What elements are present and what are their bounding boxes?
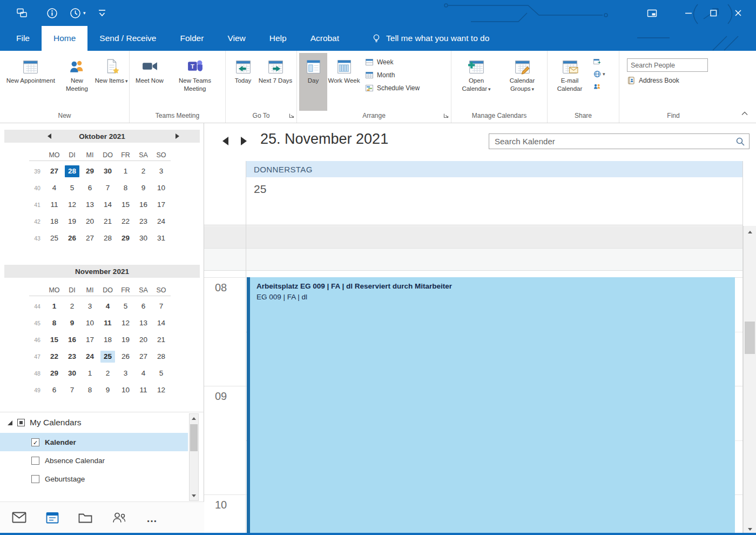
- mini-calendar-day[interactable]: 14: [100, 199, 115, 211]
- mini-calendar-day[interactable]: 23: [65, 351, 79, 363]
- mini-calendar-day[interactable]: 3: [83, 300, 97, 312]
- work-week-view-button[interactable]: Work Week: [327, 53, 361, 111]
- mini-calendar-day[interactable]: 21: [154, 334, 168, 346]
- scroll-down-icon[interactable]: [190, 491, 198, 500]
- mini-calendar-day[interactable]: 10: [154, 182, 168, 194]
- date-number-row[interactable]: 25: [204, 177, 742, 225]
- sidebar-scrollbar[interactable]: [189, 413, 199, 501]
- mini-calendar-day[interactable]: 30: [100, 165, 115, 177]
- checkbox[interactable]: [31, 475, 39, 483]
- mini-calendar-day[interactable]: 3: [154, 165, 168, 177]
- mini-calendar-day[interactable]: 2: [100, 367, 115, 379]
- address-book-button[interactable]: Address Book: [627, 76, 708, 85]
- dialog-launcher-icon[interactable]: [288, 111, 295, 121]
- tab-folder[interactable]: Folder: [168, 26, 215, 51]
- mini-calendar-day[interactable]: 29: [83, 165, 97, 177]
- scrollbar-thumb[interactable]: [190, 424, 198, 451]
- mini-calendar-day[interactable]: 27: [83, 232, 97, 244]
- meet-now-button[interactable]: Meet Now: [132, 53, 167, 111]
- mini-calendar-day[interactable]: 26: [118, 351, 133, 363]
- mini-calendar-day[interactable]: 13: [136, 317, 151, 329]
- maximize-button[interactable]: [701, 1, 726, 25]
- mini-calendar-day[interactable]: 12: [154, 384, 168, 396]
- my-calendars-header[interactable]: My Calendars: [0, 412, 204, 433]
- mini-calendar-day[interactable]: 7: [100, 182, 115, 194]
- email-calendar-button[interactable]: E-mail Calendar: [550, 53, 590, 111]
- collapse-group-icon[interactable]: [8, 420, 12, 425]
- calendar-search-input[interactable]: [489, 134, 749, 149]
- close-button[interactable]: [726, 1, 751, 25]
- mini-calendar-day[interactable]: 7: [154, 300, 168, 312]
- mini-calendar-day[interactable]: 18: [47, 216, 62, 228]
- scroll-up-icon[interactable]: [744, 226, 756, 238]
- today-button[interactable]: Today: [228, 53, 258, 111]
- send-receive-status-icon[interactable]: ▾: [70, 8, 86, 19]
- mini-calendar-day[interactable]: 19: [118, 334, 133, 346]
- mini-calendar-day[interactable]: 30: [136, 232, 151, 244]
- scrollbar-thumb[interactable]: [745, 322, 755, 354]
- next-day-icon[interactable]: [241, 137, 247, 145]
- calendar-list-item[interactable]: ✓Kalender: [0, 433, 188, 451]
- week-view-button[interactable]: Week: [365, 58, 420, 66]
- mini-calendar-day[interactable]: 2: [136, 165, 151, 177]
- all-day-events-row[interactable]: [204, 226, 742, 248]
- mini-calendar-day[interactable]: 27: [136, 351, 151, 363]
- mini-calendar-day[interactable]: 13: [83, 199, 97, 211]
- mini-calendar-day[interactable]: 28: [100, 232, 115, 244]
- share-calendar-button[interactable]: [593, 57, 605, 66]
- next-7-days-button[interactable]: Next 7 Days: [258, 53, 293, 111]
- mini-calendar-day[interactable]: 27: [47, 165, 62, 177]
- mini-calendar-day[interactable]: 4: [100, 300, 115, 312]
- mini-calendar-day[interactable]: 8: [47, 317, 62, 329]
- mini-calendar-day[interactable]: 20: [136, 334, 151, 346]
- mini-calendar-day[interactable]: 17: [154, 199, 168, 211]
- mini-calendar-day[interactable]: 15: [47, 334, 62, 346]
- mini-calendar-day[interactable]: 11: [100, 317, 115, 329]
- mini-calendar-day[interactable]: 10: [83, 317, 97, 329]
- customize-toolbar-icon[interactable]: [98, 8, 106, 18]
- mini-calendar-day[interactable]: 4: [47, 182, 62, 194]
- mini-calendar-day[interactable]: 1: [47, 300, 62, 312]
- mini-calendar-day[interactable]: 11: [136, 384, 151, 396]
- dialog-launcher-icon[interactable]: [443, 111, 449, 121]
- mini-calendar-day[interactable]: 24: [154, 216, 168, 228]
- people-nav-icon[interactable]: [112, 512, 127, 525]
- mini-calendar-day[interactable]: 1: [83, 367, 97, 379]
- mini-calendar-day[interactable]: 11: [47, 199, 62, 211]
- mini-calendar-day[interactable]: 5: [154, 367, 168, 379]
- mini-calendar-day[interactable]: 14: [154, 317, 168, 329]
- mini-calendar-day[interactable]: 6: [47, 384, 62, 396]
- mini-calendar-day[interactable]: 10: [118, 384, 133, 396]
- calendar-nav-icon[interactable]: [46, 511, 59, 526]
- new-items-button[interactable]: New Items▾: [94, 53, 128, 111]
- mail-nav-icon[interactable]: [12, 512, 26, 525]
- mini-calendar-day[interactable]: 22: [47, 351, 62, 363]
- mini-calendar-day[interactable]: 29: [118, 232, 133, 244]
- tab-send-receive[interactable]: Send / Receive: [87, 26, 168, 51]
- new-meeting-button[interactable]: New Meeting: [59, 53, 95, 111]
- info-icon[interactable]: [46, 8, 58, 19]
- mini-calendar-day[interactable]: 19: [65, 216, 79, 228]
- mini-calendar-day[interactable]: 16: [136, 199, 151, 211]
- all-day-events-row[interactable]: [204, 248, 742, 271]
- publish-online-button[interactable]: ▾: [593, 70, 605, 78]
- calendar-list-item[interactable]: Absence Calendar: [0, 451, 188, 470]
- day-view-button[interactable]: Day: [299, 53, 327, 111]
- previous-month-icon[interactable]: [48, 133, 51, 139]
- tab-home[interactable]: Home: [42, 26, 87, 51]
- schedule-view-button[interactable]: Schedule View: [365, 84, 420, 92]
- search-people-input[interactable]: [627, 58, 708, 72]
- search-icon[interactable]: [735, 137, 745, 149]
- mini-calendar-day[interactable]: 5: [65, 182, 79, 194]
- mini-calendar-day[interactable]: 7: [65, 384, 79, 396]
- mini-calendar-day[interactable]: 25: [100, 351, 115, 363]
- mini-calendar-day[interactable]: 2: [65, 300, 79, 312]
- tab-view[interactable]: View: [215, 26, 257, 51]
- collapse-ribbon-icon[interactable]: [741, 109, 748, 118]
- open-calendar-button[interactable]: Open Calendar▾: [454, 53, 499, 111]
- mini-calendar-day[interactable]: 6: [83, 182, 97, 194]
- month-view-button[interactable]: Month: [365, 71, 420, 79]
- checkbox[interactable]: [31, 457, 39, 465]
- mini-calendar-day[interactable]: 8: [83, 384, 97, 396]
- mini-calendar-day[interactable]: 16: [65, 334, 79, 346]
